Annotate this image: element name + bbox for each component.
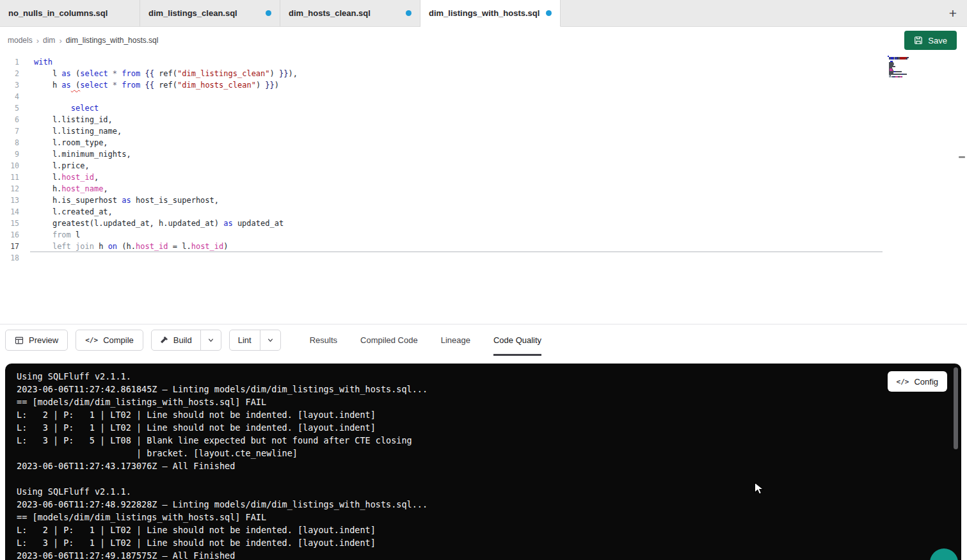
unsaved-indicator-dot xyxy=(266,10,271,16)
chevron-right-icon: › xyxy=(36,36,39,45)
line-number: 15 xyxy=(0,218,19,229)
code-text: select xyxy=(34,102,99,114)
line-number: 12 xyxy=(0,183,19,195)
code-text: l.created_at, xyxy=(34,206,113,218)
tab-bar-filler: + xyxy=(561,0,967,27)
panel-tab-code-quality[interactable]: Code Quality xyxy=(493,324,541,356)
code-line[interactable]: 17 left join h on (h.host_id = l.host_id… xyxy=(0,241,967,252)
terminal-line: L: 3 | P: 1 | LT02 | Line should not be … xyxy=(17,421,945,434)
editor-scrollbar-marker[interactable] xyxy=(959,156,965,158)
lint-button[interactable]: Lint xyxy=(230,330,260,350)
code-text: l.minimum_nights, xyxy=(34,148,131,160)
grid-icon xyxy=(15,336,24,345)
code-line[interactable]: 18 xyxy=(0,252,967,264)
lint-button-label: Lint xyxy=(238,335,252,345)
terminal-line: L: 3 | P: 1 | LT02 | Line should not be … xyxy=(17,536,945,549)
code-line[interactable]: 2 l as (select * from {{ ref("dim_listin… xyxy=(0,68,967,79)
terminal-line: == [models/dim/dim_listings_with_hosts.s… xyxy=(17,396,945,408)
code-line[interactable]: 3 h as (select * from {{ ref("dim_hosts_… xyxy=(0,79,967,91)
config-button-label: Config xyxy=(914,377,938,387)
line-number: 11 xyxy=(0,172,19,183)
new-tab-button[interactable]: + xyxy=(939,0,967,26)
code-line[interactable]: 7 l.listing_name, xyxy=(0,125,967,137)
save-button-label: Save xyxy=(928,36,947,45)
lint-output-terminal: Using SQLFluff v2.1.1.2023-06-06T11:27:4… xyxy=(5,364,961,560)
line-number: 4 xyxy=(0,91,19,102)
line-number: 8 xyxy=(0,137,19,148)
terminal-line: 2023-06-06T11:27:43.173076Z — All Finish… xyxy=(17,460,945,472)
line-number: 9 xyxy=(0,148,19,160)
terminal-line: L: 2 | P: 1 | LT02 | Line should not be … xyxy=(17,408,945,421)
code-line[interactable]: 13 h.is_superhost as host_is_superhost, xyxy=(0,195,967,206)
breadcrumb-dim: dim xyxy=(43,36,55,45)
code-line[interactable]: 4 xyxy=(0,91,967,102)
code-line[interactable]: 11 l.host_id, xyxy=(0,172,967,183)
breadcrumb-bar: models › dim › dim_listings_with_hosts.s… xyxy=(0,27,967,54)
file-tab[interactable]: no_nulls_in_columns.sql xyxy=(0,0,140,27)
line-number: 3 xyxy=(0,79,19,91)
panel-tab-lineage[interactable]: Lineage xyxy=(441,324,470,356)
panel-tabs: ResultsCompiled CodeLineageCode Quality xyxy=(310,324,541,356)
breadcrumb-models: models xyxy=(8,36,33,45)
save-button[interactable]: Save xyxy=(904,31,957,50)
line-number: 6 xyxy=(0,114,19,125)
code-line[interactable]: 12 h.host_name, xyxy=(0,183,967,195)
unsaved-indicator-dot xyxy=(406,10,412,16)
code-text: left join h on (h.host_id = l.host_id) xyxy=(34,241,228,252)
terminal-line xyxy=(17,472,945,485)
file-tab-bar: no_nulls_in_columns.sqldim_listings_clea… xyxy=(0,0,967,27)
code-text: l as (select * from {{ ref("dim_listings… xyxy=(34,68,298,79)
line-number: 18 xyxy=(0,252,19,264)
code-line[interactable]: 6 l.listing_id, xyxy=(0,114,967,125)
file-tab[interactable]: dim_hosts_clean.sql xyxy=(280,0,420,27)
code-editor[interactable]: 1with2 l as (select * from {{ ref("dim_l… xyxy=(0,54,967,324)
config-button[interactable]: </> Config xyxy=(888,371,947,392)
line-number: 7 xyxy=(0,125,19,137)
file-tab-label: dim_listings_with_hosts.sql xyxy=(429,8,539,18)
editor-toolbar: Preview </> Compile Build xyxy=(0,324,967,356)
chevron-down-icon xyxy=(207,337,214,344)
panel-tab-results[interactable]: Results xyxy=(310,324,337,356)
lint-dropdown-button[interactable] xyxy=(260,330,280,350)
toolbar-buttons: Preview </> Compile Build xyxy=(5,324,281,356)
minimap[interactable] xyxy=(888,56,936,79)
terminal-line: | bracket. [layout.cte_newline] xyxy=(17,447,945,460)
code-line[interactable]: 16 from l xyxy=(0,229,967,241)
file-tab[interactable]: dim_listings_with_hosts.sql xyxy=(420,0,561,27)
code-text: l.listing_name, xyxy=(34,125,122,137)
build-button[interactable]: Build xyxy=(152,330,200,350)
code-text: l.host_id, xyxy=(34,172,99,183)
line-number: 17 xyxy=(0,241,19,252)
code-line[interactable]: 14 l.created_at, xyxy=(0,206,967,218)
line-number: 14 xyxy=(0,206,19,218)
compile-button[interactable]: </> Compile xyxy=(76,330,143,351)
terminal-lines: Using SQLFluff v2.1.1.2023-06-06T11:27:4… xyxy=(17,370,945,560)
code-text: l.price, xyxy=(34,160,90,172)
chevron-right-icon: › xyxy=(59,36,61,45)
code-text: from l xyxy=(34,229,80,241)
code-line[interactable]: 15 greatest(l.updated_at, h.updated_at) … xyxy=(0,218,967,229)
code-line[interactable]: 1with xyxy=(0,56,967,68)
line-number: 2 xyxy=(0,68,19,79)
file-tab-label: no_nulls_in_columns.sql xyxy=(8,8,108,18)
code-brackets-icon: </> xyxy=(85,336,98,344)
code-text: h.is_superhost as host_is_superhost, xyxy=(34,195,219,206)
code-text: l.room_type, xyxy=(34,137,108,148)
code-line[interactable]: 5 select xyxy=(0,102,967,114)
preview-button[interactable]: Preview xyxy=(5,330,68,351)
terminal-line: 2023-06-06T11:27:48.922828Z — Linting mo… xyxy=(17,498,945,511)
build-button-label: Build xyxy=(173,335,192,345)
terminal-line: 2023-06-06T11:27:49.187575Z — All Finish… xyxy=(17,549,945,560)
code-line[interactable]: 8 l.room_type, xyxy=(0,137,967,148)
panel-tab-compiled-code[interactable]: Compiled Code xyxy=(360,324,418,356)
code-line[interactable]: 9 l.minimum_nights, xyxy=(0,148,967,160)
terminal-scrollbar-thumb[interactable] xyxy=(954,367,958,449)
terminal-line: L: 2 | P: 1 | LT02 | Line should not be … xyxy=(17,524,945,536)
build-dropdown-button[interactable] xyxy=(200,330,221,350)
file-tab[interactable]: dim_listings_clean.sql xyxy=(140,0,280,27)
breadcrumb-current-file: dim_listings_with_hosts.sql xyxy=(66,36,159,45)
terminal-line: Using SQLFluff v2.1.1. xyxy=(17,485,945,498)
line-number: 1 xyxy=(0,56,19,68)
code-line[interactable]: 10 l.price, xyxy=(0,160,967,172)
code-lines: 1with2 l as (select * from {{ ref("dim_l… xyxy=(0,56,967,264)
